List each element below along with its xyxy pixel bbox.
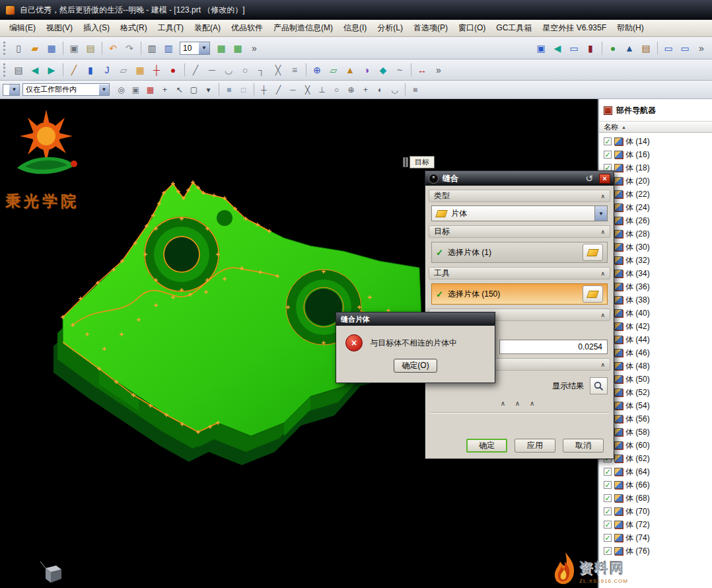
show-result-button[interactable]	[590, 377, 608, 394]
select-sheet-button[interactable]	[583, 244, 603, 261]
report-bars-icon[interactable]: ▮	[583, 40, 598, 56]
journal-icon[interactable]: J	[99, 62, 115, 78]
apply-button[interactable]: 应用	[515, 439, 555, 453]
nav-item[interactable]: ✓ 体 (52)	[599, 386, 712, 399]
snap-tangent-icon[interactable]: ◡	[388, 83, 402, 96]
sketch-icon[interactable]: ▦	[132, 62, 148, 78]
menu-item[interactable]: 信息(I)	[338, 20, 372, 36]
nav-forward-icon[interactable]: ▶	[44, 62, 59, 78]
menu-item[interactable]: 分析(L)	[372, 20, 408, 36]
nav-item[interactable]: ✓ 体 (50)	[599, 373, 712, 386]
nav-item[interactable]: ✓ 体 (18)	[599, 161, 712, 174]
find-icon[interactable]: ◎	[114, 83, 128, 96]
nav-back-icon[interactable]: ◀	[27, 62, 43, 78]
datum-plane-icon[interactable]: ▱	[116, 62, 131, 78]
extrude-icon[interactable]: ▲	[342, 62, 358, 78]
menu-item[interactable]: 视图(V)	[41, 20, 78, 36]
sew-error-dialog[interactable]: 缝合片体 × 与目标体不相连的片体中 确定(O)	[336, 312, 495, 383]
sphere-icon[interactable]: ●	[165, 62, 181, 78]
measure-icon[interactable]: ↔	[414, 62, 430, 78]
menu-item[interactable]: 编辑(E)	[4, 20, 41, 36]
menu-item[interactable]: 帮助(H)	[612, 20, 649, 36]
snap-plus-icon[interactable]: +	[359, 83, 373, 96]
tolerance-field[interactable]: 0.0254	[499, 340, 608, 354]
surface-icon[interactable]: ◆	[375, 62, 391, 78]
undo-icon[interactable]: ↶	[105, 40, 121, 56]
sweep-icon[interactable]: ~	[392, 62, 408, 78]
select-add-icon[interactable]: +	[158, 83, 172, 96]
target-select-row[interactable]: ✓ 选择片体 (1)	[431, 242, 608, 263]
analysis-chart-icon[interactable]: ▲	[622, 40, 637, 56]
menu-item[interactable]: 窗口(O)	[453, 20, 491, 36]
plane-icon[interactable]: ▱	[326, 62, 341, 78]
display-monitor-icon[interactable]: ▭	[660, 40, 676, 56]
cursor-icon[interactable]: ↖	[172, 83, 186, 96]
selection-filter-icon[interactable]: ▦	[143, 83, 157, 96]
open-folder-icon[interactable]: ▰	[27, 40, 43, 56]
chevron-down-icon[interactable]: ▼	[594, 206, 607, 221]
checkbox-icon[interactable]: ✓	[604, 151, 612, 159]
menu-item[interactable]: 格式(R)	[115, 20, 153, 36]
offset-icon[interactable]: ≡	[287, 62, 303, 78]
toolbar-grip[interactable]	[3, 63, 7, 77]
nav-item[interactable]: ✓ 体 (48)	[599, 359, 712, 373]
ok-button[interactable]: 确定	[466, 439, 507, 453]
type-combo[interactable]: 片体 ▼	[431, 205, 608, 221]
section-type[interactable]: 类型 ∧	[429, 190, 610, 202]
copy-icon[interactable]: ▣	[66, 40, 82, 56]
nav-item[interactable]: ✓ 体 (16)	[599, 148, 712, 161]
nav-item[interactable]: ✓ 体 (58)	[599, 425, 712, 439]
nav-item[interactable]: ✓ 体 (42)	[599, 320, 712, 333]
print-icon[interactable]: ▥	[144, 40, 160, 56]
checkbox-icon[interactable]: ✓	[604, 507, 612, 515]
toolbar-grip[interactable]	[3, 42, 7, 55]
nav-item[interactable]: ✓ 体 (46)	[599, 346, 712, 359]
dialog-menu-icon[interactable]: *	[429, 174, 439, 184]
checkbox-icon[interactable]: ✓	[604, 481, 612, 489]
selection-scope-combo[interactable]: 仅在工作部件内 ▼	[22, 83, 110, 96]
point-icon[interactable]: ┼	[149, 62, 164, 78]
dialog-collapse-handle[interactable]: ∧ ∧ ∧	[425, 400, 614, 409]
nav-item[interactable]: ✓ 体 (20)	[599, 174, 712, 188]
paste-icon[interactable]: ▤	[83, 40, 98, 56]
wireframe-view-icon[interactable]: □	[236, 83, 250, 96]
nav-item[interactable]: ✓ 体 (28)	[599, 227, 712, 240]
nav-item[interactable]: ✓ 体 (72)	[599, 518, 712, 531]
zoom-combo[interactable]: 10 ▼	[180, 42, 210, 55]
layout-columns-icon[interactable]: ▥	[160, 40, 176, 56]
checkbox-icon[interactable]: ✓	[604, 534, 612, 542]
window-titlebar[interactable]: 自己优秀，然后更骄傲的生活--明晚 - 建模 - [123.prt （修改的）]	[0, 0, 712, 20]
menu-item[interactable]: 首选项(P)	[408, 20, 453, 36]
nav-item[interactable]: ✓ 体 (54)	[599, 399, 712, 412]
menu-item[interactable]: 插入(S)	[78, 20, 115, 36]
display-monitor2-icon[interactable]: ▭	[677, 40, 693, 56]
redo-icon[interactable]: ↷	[122, 40, 137, 56]
collapse-icon[interactable]: ∧	[600, 270, 605, 277]
shaded-view-icon[interactable]: ■	[222, 83, 236, 96]
nav-item[interactable]: ✓ 体 (36)	[599, 280, 712, 293]
window-icon[interactable]: ▭	[566, 40, 582, 56]
collapse-icon[interactable]: ∧	[600, 193, 605, 200]
menu-item[interactable]: GC工具箱	[491, 20, 537, 36]
snap-center-icon[interactable]: ⊕	[344, 83, 358, 96]
select-sheet-button[interactable]	[583, 285, 603, 303]
menu-item[interactable]: 星空外挂 V6.935F	[537, 20, 612, 36]
type-filter-dropdown[interactable]: ▼	[3, 84, 20, 96]
more-chevron-icon[interactable]: »	[431, 62, 446, 78]
station-icon[interactable]: ▣	[533, 40, 549, 56]
checkbox-icon[interactable]: ✓	[604, 137, 612, 145]
info-sheet-icon[interactable]: ▦	[213, 40, 229, 56]
line-icon[interactable]: ╱	[188, 62, 203, 78]
checkbox-icon[interactable]: ✓	[604, 494, 612, 502]
arc-icon[interactable]: ◡	[221, 62, 236, 78]
circle-icon[interactable]: ○	[237, 62, 253, 78]
menu-item[interactable]: 产品制造信息(M)	[268, 20, 338, 36]
chevron-down-icon[interactable]: ▼	[199, 42, 209, 54]
csys-icon[interactable]: ⊕	[309, 62, 325, 78]
export-icon[interactable]: ▤	[638, 40, 654, 56]
nav-item[interactable]: ✓ 体 (24)	[599, 201, 712, 214]
nav-item[interactable]: ✓ 体 (26)	[599, 214, 712, 227]
menu-item[interactable]: 优品软件	[226, 20, 268, 36]
return-icon[interactable]: ◀	[550, 40, 565, 56]
checkbox-icon[interactable]: ✓	[604, 521, 612, 529]
